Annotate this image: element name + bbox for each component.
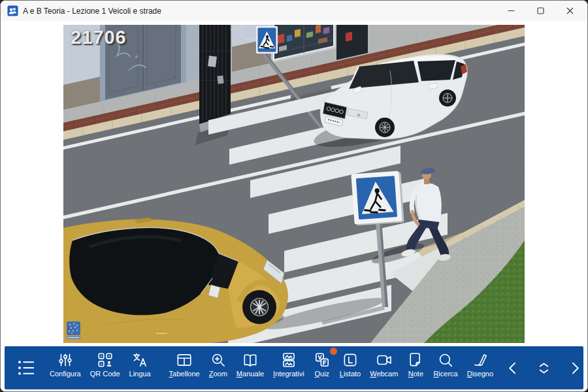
toolbar-item-label: Manuale: [237, 370, 264, 378]
content-area: 21706: [1, 21, 587, 346]
question-image: 21706: [63, 25, 525, 343]
toolbar-item-prev[interactable]: [498, 346, 529, 389]
toolbar-item-label: Zoom: [209, 370, 227, 378]
toolbar-wrap: ConfiguraQR CodeLinguaTabelloneZoomManua…: [1, 346, 587, 391]
toolbar-item-zoom[interactable]: Zoom: [204, 346, 232, 389]
listato-icon: [342, 351, 359, 368]
app-icon: [7, 5, 18, 16]
toolbar-item-note[interactable]: Note: [402, 346, 429, 389]
toolbar-item-disegno[interactable]: Disegno: [463, 346, 498, 389]
toolbar-item-qrcode[interactable]: QR Code: [86, 346, 125, 389]
titlebar: A e B Teoria - Lezione 1 Veicoli e strad…: [1, 1, 587, 21]
prev-icon: [505, 360, 521, 376]
toolbar-item-menu[interactable]: [7, 346, 45, 389]
toolbar-item-configura[interactable]: Configura: [45, 346, 86, 389]
integrativi-icon: [280, 351, 297, 368]
toolbar-item-listato[interactable]: Listato: [335, 346, 365, 389]
toolbar-item-lingua[interactable]: Lingua: [125, 346, 155, 389]
close-icon: [566, 7, 574, 14]
toolbar-items: ConfiguraQR CodeLinguaTabelloneZoomManua…: [5, 346, 583, 389]
toolbar-item-label: Integrativi: [273, 370, 304, 378]
zoom-icon: [210, 351, 227, 368]
webcam-icon: [376, 351, 393, 368]
maximize-icon: [537, 7, 544, 14]
toolbar-item-integrativi[interactable]: Integrativi: [269, 346, 309, 389]
quiz-icon: [314, 351, 331, 368]
question-number: 21706: [71, 27, 127, 48]
quiz-badge: [330, 348, 337, 355]
configura-icon: [57, 351, 74, 368]
note-icon: [407, 351, 424, 368]
qrcode-icon: [97, 351, 114, 368]
toolbar-item-label: Listato: [340, 370, 361, 378]
toolbar-item-label: Lingua: [129, 370, 151, 378]
next-icon: [566, 360, 583, 376]
expand-icon: [536, 360, 552, 376]
toolbar-item-label: Quiz: [314, 370, 329, 378]
tabellone-icon: [176, 351, 193, 368]
toolbar-item-ricerca[interactable]: Ricerca: [429, 346, 462, 389]
street-scene: [63, 25, 525, 343]
ricerca-icon: [437, 351, 454, 368]
menu-icon: [16, 358, 36, 378]
manuale-icon: [242, 351, 259, 368]
toolbar-item-webcam[interactable]: Webcam: [365, 346, 402, 389]
disegno-icon: [472, 351, 489, 368]
watermark-logo: [66, 321, 82, 340]
toolbar-item-label: Disegno: [467, 370, 493, 378]
minimize-button[interactable]: [497, 1, 526, 21]
toolbar-item-manuale[interactable]: Manuale: [232, 346, 269, 389]
toolbar-item-label: Ricerca: [433, 370, 457, 378]
window-title: A e B Teoria - Lezione 1 Veicoli e strad…: [23, 7, 497, 16]
lingua-icon: [131, 351, 148, 368]
minimize-icon: [508, 7, 515, 14]
toolbar-item-label: Note: [408, 370, 423, 378]
toolbar-item-expand[interactable]: [529, 346, 559, 389]
maximize-button[interactable]: [526, 1, 555, 21]
toolbar-item-label: Webcam: [370, 370, 398, 378]
toolbar-item-tabellone[interactable]: Tabellone: [165, 346, 204, 389]
close-button[interactable]: [555, 1, 585, 21]
toolbar-item-label: Configura: [50, 370, 81, 378]
toolbar-item-quiz[interactable]: Quiz: [309, 346, 335, 389]
toolbar-item-label: QR Code: [90, 370, 120, 378]
app-window: A e B Teoria - Lezione 1 Veicoli e strad…: [0, 0, 588, 392]
toolbar-item-next[interactable]: [559, 346, 588, 389]
toolbar-item-label: Tabellone: [169, 370, 200, 378]
